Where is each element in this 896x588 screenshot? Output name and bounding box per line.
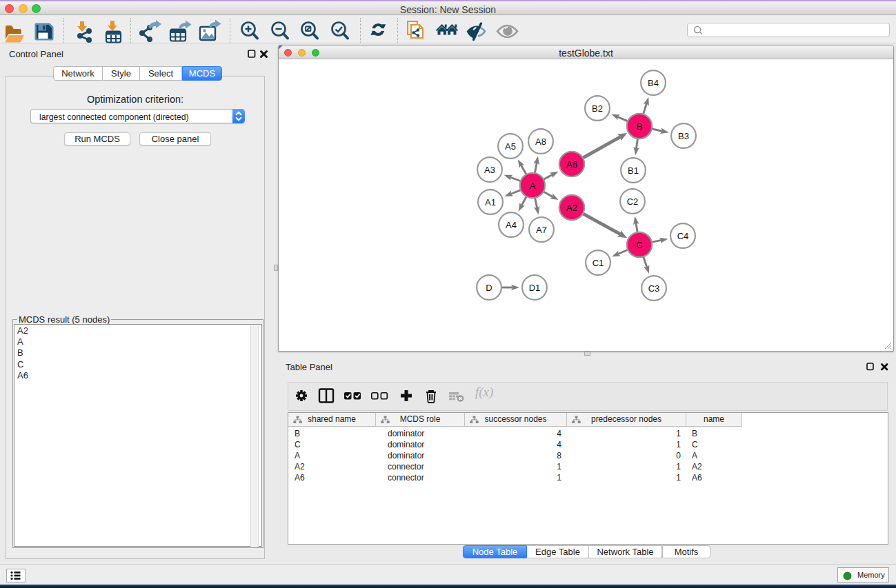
svg-text:B: B <box>637 121 643 132</box>
svg-text:C3: C3 <box>648 283 660 294</box>
svg-text:A7: A7 <box>536 225 547 235</box>
svg-text:A8: A8 <box>535 136 546 147</box>
svg-text:A6: A6 <box>566 159 577 170</box>
svg-text:D1: D1 <box>529 283 541 293</box>
svg-text:C1: C1 <box>593 258 604 268</box>
svg-text:A1: A1 <box>485 197 496 207</box>
svg-text:A5: A5 <box>505 141 516 152</box>
svg-text:C4: C4 <box>677 231 689 241</box>
svg-text:A4: A4 <box>506 220 517 230</box>
svg-text:C: C <box>636 240 642 250</box>
svg-text:B4: B4 <box>648 78 659 88</box>
svg-text:A2: A2 <box>566 203 577 213</box>
svg-text:A3: A3 <box>484 165 495 175</box>
svg-text:A: A <box>530 181 536 191</box>
svg-text:B1: B1 <box>628 165 639 176</box>
svg-text:D: D <box>486 283 492 293</box>
svg-text:B2: B2 <box>592 103 603 114</box>
svg-text:B3: B3 <box>678 131 689 141</box>
svg-text:C2: C2 <box>627 196 639 207</box>
